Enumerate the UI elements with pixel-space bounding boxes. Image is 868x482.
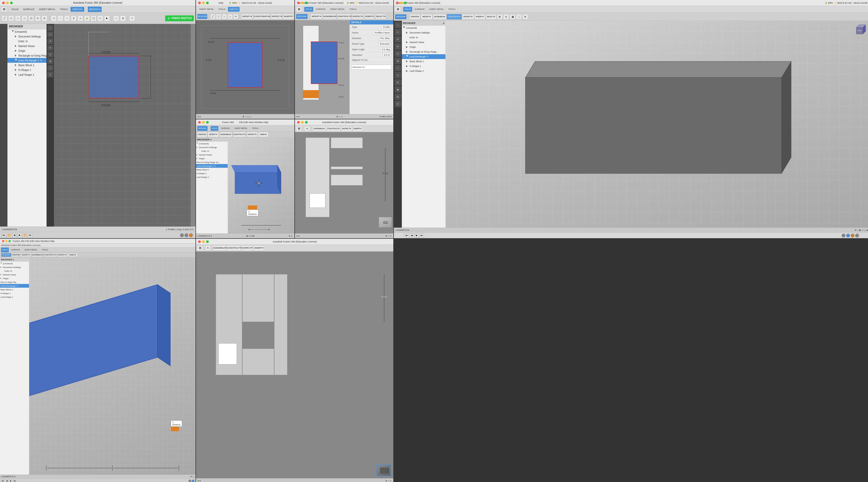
sketch2-btn2[interactable]: □ bbox=[216, 14, 221, 19]
sb8-rect[interactable]: Rect w/ Hinge Sha... bbox=[0, 280, 29, 284]
sb4-icon8[interactable]: ≡ bbox=[395, 72, 401, 78]
play-prev-btn[interactable]: ⏮ bbox=[2, 233, 6, 237]
sb5-rect-hinges[interactable]: Rect w/ living Hinge Sh... bbox=[196, 160, 228, 164]
tab-solid[interactable]: SOLID bbox=[9, 7, 21, 12]
p6-inspect[interactable]: INSPECT▾ bbox=[341, 126, 352, 131]
sb4-icon5[interactable]: ⊙ bbox=[395, 51, 401, 57]
sketch-more-icon[interactable]: ▶ bbox=[104, 15, 110, 21]
p4-icon5[interactable]: fx bbox=[522, 14, 528, 20]
sketch2-constraints[interactable]: CONSTRAINTS▾ bbox=[253, 14, 270, 19]
p4-modify[interactable]: MODIFY▾ bbox=[421, 14, 432, 20]
tab4-tools[interactable]: TOOLS bbox=[446, 7, 458, 12]
tab-sketch[interactable]: SKETCH bbox=[70, 7, 85, 12]
nav-icon-5[interactable]: ⊙ bbox=[47, 52, 53, 57]
timeline-dot-3[interactable] bbox=[189, 233, 193, 237]
dialog-value-type[interactable]: Profile bbox=[382, 25, 391, 29]
close-btn-4[interactable] bbox=[396, 2, 399, 4]
b4-origin[interactable]: Origin bbox=[402, 45, 445, 50]
p5-btn2[interactable]: MODIFY▾ bbox=[208, 132, 219, 137]
p5-btn3[interactable]: ASSEMBLE▾ bbox=[219, 132, 232, 137]
p4-create[interactable]: CREATE▾ bbox=[409, 14, 420, 20]
grid-icon-3[interactable]: ⊞ bbox=[296, 7, 302, 12]
close-btn-5[interactable] bbox=[198, 121, 201, 124]
play4-back[interactable]: ◀ bbox=[409, 233, 414, 238]
maximize-btn-9[interactable] bbox=[206, 240, 209, 243]
p5-surface[interactable]: SURFACE bbox=[219, 126, 232, 131]
close-btn-9[interactable] bbox=[198, 240, 201, 243]
tab3-sheetmetal[interactable]: SHEET METAL bbox=[328, 7, 347, 12]
p5-btn4[interactable]: CONSTRUCT▾ bbox=[233, 132, 246, 137]
sketch-trim-icon[interactable]: ✂ bbox=[35, 15, 41, 21]
b4-namedviews[interactable]: Named Views bbox=[402, 40, 445, 45]
sketch-canvas-1[interactable]: BROWSER ● (Unsaved) Document Settings Un… bbox=[0, 24, 195, 226]
sb4-icon11[interactable]: ⊗ bbox=[395, 94, 401, 100]
sb8-origin[interactable]: Origin bbox=[0, 277, 29, 280]
sketch-rect-icon[interactable]: □ bbox=[8, 15, 14, 21]
nav-icon-2[interactable]: ↩ bbox=[47, 32, 53, 37]
tab3-surface[interactable]: SURFACE bbox=[313, 7, 328, 12]
sb5-named[interactable]: Named Views bbox=[196, 153, 228, 157]
play-end-btn[interactable]: ⏩ bbox=[23, 233, 27, 237]
p8-assemble[interactable]: ASSEMBLE▾ bbox=[31, 253, 43, 257]
tab-tools[interactable]: TOOLS bbox=[58, 7, 70, 12]
p5-btn1[interactable]: CREATE▾ bbox=[197, 132, 207, 137]
tab4-sheetmetal[interactable]: SHEET METAL bbox=[427, 7, 446, 12]
panel3-design[interactable]: DESIGN▾ bbox=[296, 14, 308, 19]
nav-icon-1[interactable]: ⌂ bbox=[47, 25, 53, 31]
p5-btn6[interactable]: INDEX▾ bbox=[258, 132, 268, 137]
minimize-btn-5[interactable] bbox=[202, 121, 205, 124]
play-last-btn[interactable]: ⏭ bbox=[28, 233, 32, 237]
close-btn-2[interactable] bbox=[198, 2, 201, 4]
maximize-btn-5[interactable] bbox=[206, 121, 209, 124]
p3-btn2[interactable]: ASSEMBLE▾ bbox=[323, 14, 336, 19]
p5-tab-solid[interactable]: SOLID bbox=[211, 126, 218, 131]
sketch-fx-icon[interactable]: fx bbox=[41, 15, 47, 21]
tab3-tools[interactable]: TOOLS bbox=[347, 7, 359, 12]
sketch2-inspect[interactable]: INSPECT▾ bbox=[271, 14, 282, 19]
p8-inspect[interactable]: INSPECT▾ bbox=[57, 253, 67, 257]
grid-icon-4[interactable]: ⊞ bbox=[395, 7, 401, 12]
sketch-inspect-icon[interactable]: ⬚ bbox=[113, 15, 119, 21]
sketch2-btn3[interactable]: ○ bbox=[222, 14, 227, 19]
close-btn[interactable] bbox=[2, 2, 5, 4]
p9-fx[interactable]: fx bbox=[205, 246, 211, 251]
sb4-icon2[interactable]: ↩ bbox=[395, 29, 401, 35]
b4-rect-hinges[interactable]: Rectangle w/ living Hinge... bbox=[402, 50, 445, 54]
play-prev2-btn[interactable]: ◀ bbox=[12, 233, 17, 237]
sb5-basic-block[interactable]: Basic Block 1 bbox=[196, 168, 228, 171]
b4-unsaved[interactable]: (Unsaved) bbox=[402, 26, 445, 30]
p9-insert[interactable]: INSERT▾ bbox=[253, 246, 264, 251]
sb8-unsaved[interactable]: (Unsaved) bbox=[0, 262, 29, 265]
play8-back[interactable]: ◀ bbox=[5, 479, 8, 482]
maximize-btn-4[interactable] bbox=[404, 2, 407, 4]
minimize-btn-2[interactable] bbox=[202, 2, 205, 4]
play-next-btn[interactable]: ▶ bbox=[18, 233, 22, 237]
sketch-insert-icon[interactable]: ⊕ bbox=[120, 15, 126, 21]
sketch2-insert[interactable]: INSERT▾ bbox=[283, 14, 293, 19]
sb5-unsaved[interactable]: (Unsaved) bbox=[196, 142, 228, 146]
sketch-equal-icon[interactable]: = bbox=[64, 15, 70, 21]
close-btn-8[interactable] bbox=[2, 240, 4, 242]
dialog-value-taper[interactable]: 0.0 deg bbox=[380, 47, 391, 51]
p3-btn3-construct[interactable]: CONSTRUCT▾ bbox=[337, 14, 351, 19]
sb8-units[interactable]: Units: In bbox=[0, 269, 29, 273]
grid-icon[interactable]: ⊞ bbox=[1, 7, 7, 12]
sb8-docsettings[interactable]: Document Settings bbox=[0, 265, 29, 269]
sketch-dim2-icon[interactable]: ↔ bbox=[57, 15, 63, 21]
nav-icon-6[interactable]: ◈ bbox=[47, 58, 53, 64]
sb4-icon4[interactable]: ✦ bbox=[395, 43, 401, 50]
sb8-named[interactable]: Named Views bbox=[0, 273, 29, 277]
design-dropdown[interactable]: DESIGN ▾ bbox=[88, 7, 101, 12]
maximize-btn-8[interactable] bbox=[8, 240, 11, 242]
sketch-rect2-icon[interactable]: ▭ bbox=[97, 15, 103, 21]
sb8-h-shape[interactable]: H-Shape 1 bbox=[0, 291, 29, 295]
tab8-tools[interactable]: TOOLS bbox=[40, 248, 50, 252]
sketch-line-icon[interactable]: ╱ bbox=[2, 15, 7, 21]
p5-sheetmetal[interactable]: SHEET METAL bbox=[232, 126, 249, 131]
sb4-icon6[interactable]: ◈ bbox=[395, 58, 401, 64]
finish-sketch-btn[interactable]: ✓ FINISH SKETCH bbox=[165, 15, 194, 21]
tl4-dot3[interactable] bbox=[851, 234, 855, 237]
sb5-units[interactable]: Units: In bbox=[196, 149, 228, 153]
sb4-icon7[interactable]: □ bbox=[395, 65, 401, 71]
minimize-btn-9[interactable] bbox=[202, 240, 205, 243]
